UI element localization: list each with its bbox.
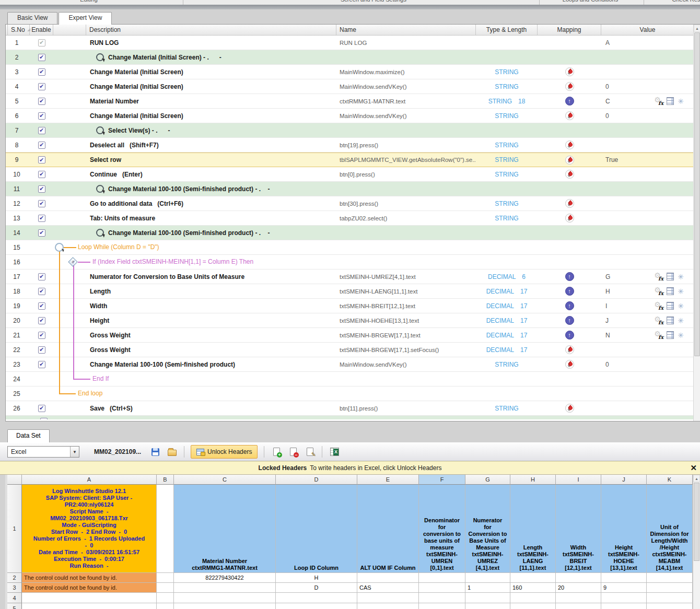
script-row-10[interactable]: 10✔Continue (Enter)btn[0].press()STRING bbox=[6, 167, 700, 182]
enable-checkbox[interactable]: ✔ bbox=[38, 156, 45, 163]
script-row-21[interactable]: 21✔Gross WeighttxtSMEINH-BRGEW[17,1].tex… bbox=[6, 328, 700, 343]
header-cell-C[interactable]: Material Number ctxtRMMG1-MATNR.text bbox=[174, 485, 276, 573]
column-letter-A[interactable]: A bbox=[22, 475, 157, 485]
script-row-9[interactable]: 9✔Select rowtblSAPLMGMMTC_VIEW.getAbsolu… bbox=[6, 153, 700, 167]
cell-H3[interactable]: 160 bbox=[510, 583, 556, 593]
run-reason-icon[interactable]: ✳ bbox=[678, 332, 684, 339]
fixed-value-pin-icon[interactable] bbox=[565, 67, 574, 76]
run-reason-icon[interactable]: ✳ bbox=[678, 302, 684, 310]
enable-cell[interactable]: ✔ bbox=[30, 79, 53, 93]
fixed-value-pin-icon[interactable] bbox=[565, 404, 574, 413]
fixed-value-pin-icon[interactable] bbox=[565, 170, 574, 179]
column-header-name[interactable]: Name bbox=[336, 25, 476, 35]
cell-C3[interactable] bbox=[174, 583, 276, 593]
end-if-label[interactable]: End If bbox=[92, 375, 109, 382]
enable-cell[interactable]: ✔ bbox=[30, 357, 53, 371]
enable-cell[interactable]: ✔ bbox=[30, 328, 53, 342]
log-cell-a1[interactable]: Log Winshuttle Studio 12.1 SAP System: C… bbox=[22, 485, 157, 573]
banner-close-icon[interactable]: ✕ bbox=[690, 463, 697, 473]
column-letter-E[interactable]: E bbox=[357, 475, 419, 485]
column-letter-H[interactable]: H bbox=[510, 475, 556, 485]
value-cell[interactable]: J fx ✳ bbox=[601, 313, 687, 327]
value-cell[interactable]: A bbox=[601, 36, 687, 50]
cell-J5[interactable] bbox=[601, 603, 647, 609]
cell-A4[interactable] bbox=[22, 593, 157, 603]
add-record-button[interactable]: + bbox=[271, 446, 282, 458]
corner-cell[interactable] bbox=[7, 475, 22, 485]
tab-data-set[interactable]: Data Set bbox=[7, 429, 50, 442]
cell-K5[interactable] bbox=[647, 603, 693, 609]
column-letter-F[interactable]: F bbox=[419, 475, 465, 485]
cell-F5[interactable] bbox=[419, 603, 465, 609]
value-cell[interactable] bbox=[601, 65, 687, 79]
header-cell-I[interactable]: Width txtSMEINH- BREIT [12,1].text bbox=[556, 485, 601, 573]
cell-B4[interactable] bbox=[157, 593, 174, 603]
fixed-value-pin-icon[interactable] bbox=[565, 214, 574, 222]
cell-J2[interactable] bbox=[601, 573, 647, 583]
enable-checkbox[interactable]: ✔ bbox=[38, 288, 45, 295]
cell-E2[interactable] bbox=[357, 573, 419, 583]
value-cell[interactable]: 0 bbox=[601, 357, 687, 371]
column-letter-B[interactable]: B bbox=[157, 475, 174, 485]
tab-basic-view[interactable]: Basic View bbox=[7, 12, 57, 24]
run-reason-icon[interactable]: ✳ bbox=[678, 317, 684, 324]
function-icon[interactable]: fx bbox=[654, 301, 663, 310]
column-letter-D[interactable]: D bbox=[276, 475, 357, 485]
header-cell-J[interactable]: Height txtSMEINH- HOEHE [13,1].text bbox=[601, 485, 647, 573]
cell-E3[interactable]: CAS bbox=[357, 583, 419, 593]
cell-B1[interactable] bbox=[157, 485, 174, 573]
script-row-25[interactable]: 25 End loop bbox=[6, 387, 700, 401]
save-button[interactable] bbox=[149, 446, 161, 458]
column-header-mapping[interactable]: Mapping bbox=[538, 25, 601, 35]
function-icon[interactable]: fx bbox=[654, 316, 663, 325]
script-row-20[interactable]: 20✔HeighttxtSMEINH-HOEHE[13,1].textDECIM… bbox=[6, 313, 700, 328]
script-row-22[interactable]: 22✔Gross WeighttxtSMEINH-BRGEW[17,1].set… bbox=[6, 343, 700, 357]
value-cell[interactable]: True bbox=[601, 153, 687, 167]
script-row-6[interactable]: 6✔Change Material (Initial Screen)MainWi… bbox=[6, 109, 700, 123]
delete-record-button[interactable]: − bbox=[287, 446, 299, 458]
row-number-2[interactable]: 2 bbox=[7, 573, 22, 583]
cell-F4[interactable] bbox=[419, 593, 465, 603]
enable-cell[interactable]: ✔ bbox=[30, 343, 53, 357]
function-icon[interactable]: fx bbox=[654, 272, 663, 281]
cell-E4[interactable] bbox=[357, 593, 419, 603]
enable-cell[interactable]: ✔ bbox=[30, 123, 53, 137]
header-cell-G[interactable]: Numerator for Conversion to Base Units o… bbox=[465, 485, 510, 573]
splitter[interactable] bbox=[0, 421, 700, 427]
script-row-13[interactable]: 13✔Tab: Units of measuretabpZU02.select(… bbox=[6, 211, 700, 226]
script-row-4[interactable]: 4✔Change Material (Initial Screen)MainWi… bbox=[6, 79, 700, 94]
value-cell[interactable]: G fx ✳ bbox=[601, 270, 687, 284]
value-cell[interactable]: C fx ✳ bbox=[601, 94, 687, 108]
value-list-icon[interactable] bbox=[667, 273, 674, 280]
cell-I5[interactable] bbox=[556, 603, 601, 609]
cell-D4[interactable] bbox=[276, 593, 357, 603]
enable-cell[interactable]: ✔ bbox=[30, 313, 53, 327]
cell-K4[interactable] bbox=[647, 593, 693, 603]
cell-D5[interactable] bbox=[276, 603, 357, 609]
enable-checkbox[interactable]: ✔ bbox=[38, 142, 45, 149]
enable-cell[interactable]: ✔ bbox=[30, 211, 53, 225]
column-header-description[interactable]: Description bbox=[86, 25, 336, 35]
enable-cell[interactable]: ✔ bbox=[30, 94, 53, 108]
column-header-value[interactable]: Value bbox=[601, 25, 694, 35]
script-row-19[interactable]: 19✔WidthtxtSMEINH-BREIT[12,1].textDECIMA… bbox=[6, 299, 700, 313]
function-icon[interactable]: fx bbox=[654, 287, 663, 296]
function-icon[interactable]: fx bbox=[654, 97, 663, 106]
enable-cell[interactable]: ✔ bbox=[30, 36, 53, 50]
enable-cell[interactable]: ✔ bbox=[30, 196, 53, 210]
fixed-value-pin-icon[interactable] bbox=[565, 140, 574, 149]
cell-K3[interactable] bbox=[647, 583, 693, 593]
header-cell-K[interactable]: Unit of Dimension for Length/Width /Heig… bbox=[647, 485, 693, 573]
script-row-24[interactable]: 24 End If bbox=[6, 372, 700, 387]
cell-A5[interactable] bbox=[22, 603, 157, 609]
value-list-icon[interactable] bbox=[667, 317, 674, 324]
mapped-up-arrow-icon[interactable]: ↑ bbox=[565, 301, 574, 310]
data-source-select[interactable]: Excel ▼ bbox=[7, 446, 79, 458]
enable-cell[interactable]: ✔ bbox=[30, 167, 53, 181]
value-list-icon[interactable] bbox=[667, 331, 674, 339]
script-row-7[interactable]: 7✔Select View(s) - . - bbox=[6, 123, 700, 138]
script-row-8[interactable]: 8✔Deselect all (Shift+F7)btn[19].press()… bbox=[6, 138, 700, 153]
data-file-name[interactable]: MM02_202109... bbox=[94, 448, 141, 455]
enable-cell[interactable]: ✔ bbox=[30, 65, 53, 79]
value-cell[interactable] bbox=[601, 401, 687, 415]
